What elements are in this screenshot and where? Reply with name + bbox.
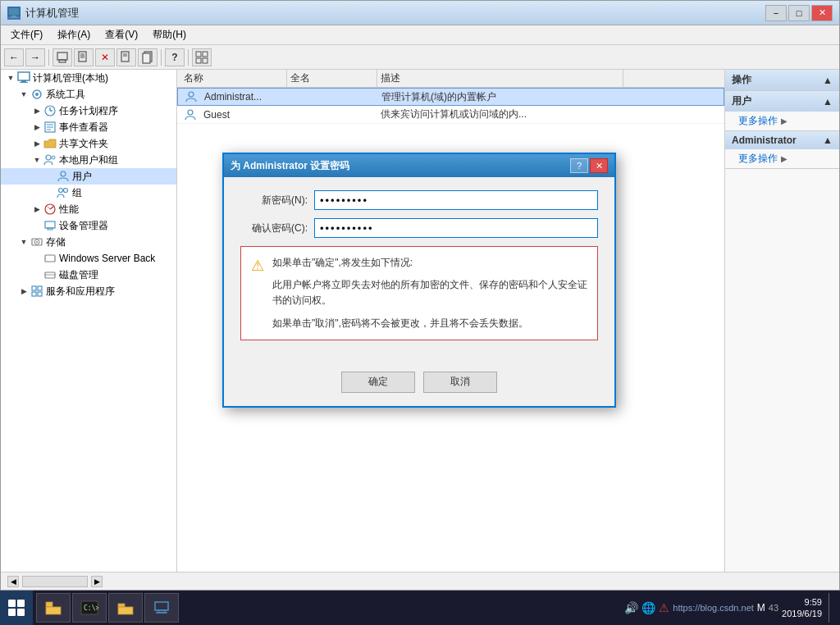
col-name[interactable]: 名称 [180, 70, 287, 87]
scroll-left[interactable]: ◀ [7, 576, 19, 587]
tree-node-task-scheduler[interactable]: ▶ 任务计划程序 [1, 103, 176, 119]
tree-label-disk: 磁盘管理 [59, 268, 98, 282]
tree-node-system-tools[interactable]: ▼ 系统工具 [1, 86, 176, 103]
svg-rect-53 [46, 607, 61, 614]
view-button[interactable] [192, 48, 212, 66]
svg-point-22 [35, 93, 39, 96]
confirm-password-label: 确认密码(C): [240, 221, 314, 235]
tree-node-device-manager[interactable]: ▶ 设备管理器 [1, 217, 176, 234]
notify-icon-1: 🔊 [624, 601, 638, 614]
copy-button[interactable] [138, 48, 158, 66]
app-icon [7, 7, 21, 20]
back-button[interactable]: ← [4, 48, 24, 66]
dialog-close-button[interactable]: ✕ [590, 158, 608, 173]
new-password-row: 新密码(N): [240, 190, 598, 210]
tree-label-users: 用户 [72, 170, 92, 184]
taskbar-item-folder[interactable] [108, 593, 143, 623]
tree-node-users[interactable]: ▶ 用户 [1, 168, 176, 185]
backup-icon [43, 252, 57, 265]
dialog-help-button[interactable]: ? [570, 158, 588, 173]
cancel-button[interactable]: 取消 [423, 372, 497, 393]
list-row-guest[interactable]: Guest 供来宾访问计算机或访问域的内... [177, 106, 724, 124]
guest-name: Guest [200, 109, 233, 121]
minimize-button[interactable]: − [765, 5, 787, 21]
svg-rect-38 [45, 221, 55, 228]
local-users-icon [43, 153, 57, 167]
confirm-password-input[interactable] [314, 218, 598, 238]
time-display: 9:59 [782, 596, 822, 608]
tree-node-storage[interactable]: ▼ 存储 [1, 234, 176, 250]
start-button[interactable] [0, 591, 33, 625]
svg-point-33 [59, 189, 63, 193]
collapse-icon[interactable]: ▲ [823, 75, 833, 86]
system-tools-icon [30, 88, 43, 101]
new-password-label: 新密码(N): [240, 194, 314, 208]
warning-line-1: 如果单击"确定",将发生如下情况: [272, 255, 587, 271]
menu-file[interactable]: 文件(F) [4, 26, 49, 43]
warning-box: ⚠ 如果单击"确定",将发生如下情况: 此用户帐户将立即失去对他的所有加密的文件… [240, 246, 598, 340]
tree-node-event-viewer[interactable]: ▶ 事件查看器 [1, 119, 176, 135]
tree-node-performance[interactable]: ▶ 性能 [1, 201, 176, 217]
warning-content: 如果单击"确定",将发生如下情况: 此用户帐户将立即失去对他的所有加密的文件、保… [272, 255, 587, 331]
users-icon [57, 170, 70, 183]
col-desc[interactable]: 描述 [377, 70, 623, 87]
svg-rect-52 [46, 602, 52, 607]
svg-rect-19 [21, 80, 26, 82]
new-password-input[interactable] [314, 190, 598, 210]
collapse-users-icon[interactable]: ▲ [823, 96, 833, 107]
tree-label-storage: 存储 [46, 235, 66, 249]
toolbar-separator-1 [48, 49, 49, 66]
event-icon [43, 121, 57, 134]
svg-rect-3 [57, 52, 67, 60]
svg-rect-0 [8, 7, 20, 16]
tree-node-services[interactable]: ▶ 服务和应用程序 [1, 283, 176, 299]
tree-arrow-11: ▼ [17, 235, 30, 249]
scroll-track[interactable] [22, 576, 88, 587]
delete-button[interactable]: ✕ [95, 48, 115, 66]
tree-node-groups[interactable]: ▶ 组 [1, 185, 176, 201]
storage-icon [30, 235, 43, 249]
menu-view[interactable]: 查看(V) [98, 26, 144, 43]
tree-node-shared-folders[interactable]: ▶ 共享文件夹 [1, 135, 176, 152]
collapse-admin-icon[interactable]: ▲ [823, 135, 833, 146]
tree-node-windows-backup[interactable]: ▶ Windows Server Back [1, 250, 176, 267]
tree-arrow-5: ▶ [30, 137, 43, 150]
up-button[interactable] [52, 48, 72, 66]
disk-icon [43, 268, 57, 281]
new-button[interactable] [116, 48, 136, 66]
menu-help[interactable]: 帮助(H) [146, 26, 193, 43]
properties-button[interactable] [74, 48, 94, 66]
ok-button[interactable]: 确定 [341, 372, 415, 393]
tree-node-computer[interactable]: ▼ 计算机管理(本地) [1, 70, 176, 86]
more-actions-users[interactable]: 更多操作 ▶ [725, 112, 839, 130]
svg-point-50 [189, 92, 194, 97]
dialog-controls: ? ✕ [570, 158, 608, 173]
notify-icon-2: 🌐 [641, 601, 655, 614]
taskbar-item-explorer[interactable] [36, 593, 71, 623]
maximize-button[interactable]: □ [788, 5, 810, 21]
taskbar-items: C:\>_ [33, 593, 618, 623]
menu-action[interactable]: 操作(A) [51, 26, 97, 43]
more-actions-admin[interactable]: 更多操作 ▶ [725, 149, 839, 168]
close-button[interactable]: ✕ [811, 5, 833, 21]
tree-node-disk-management[interactable]: ▶ 磁盘管理 [1, 267, 176, 283]
svg-rect-56 [118, 604, 125, 607]
taskbar-item-cmd[interactable]: C:\>_ [72, 593, 107, 623]
right-panel-title: 操作 ▲ [725, 70, 839, 90]
scroll-right[interactable]: ▶ [91, 576, 103, 587]
window-title: 计算机管理 [25, 6, 79, 21]
col-fullname[interactable]: 全名 [287, 70, 377, 87]
svg-rect-4 [59, 60, 66, 62]
right-panel-users-section: 用户 ▲ 更多操作 ▶ [725, 91, 839, 131]
taskbar-item-network[interactable] [144, 593, 179, 623]
desktop-show[interactable] [829, 593, 833, 623]
tree-node-local-users[interactable]: ▼ 本地用户和组 [1, 152, 176, 168]
tree-label-system-tools: 系统工具 [46, 88, 85, 102]
help-button[interactable]: ? [165, 48, 185, 66]
dialog-content: 新密码(N): 确认密码(C): ⚠ 如果单击"确定",将发生如下情况: 此用户… [224, 177, 614, 362]
list-row-administrator[interactable]: Administrat... 管理计算机(域)的内置帐户 [177, 88, 724, 106]
forward-button[interactable]: → [25, 48, 45, 66]
user-icon-2 [184, 108, 197, 121]
svg-rect-17 [203, 58, 208, 63]
svg-rect-2 [10, 17, 18, 18]
